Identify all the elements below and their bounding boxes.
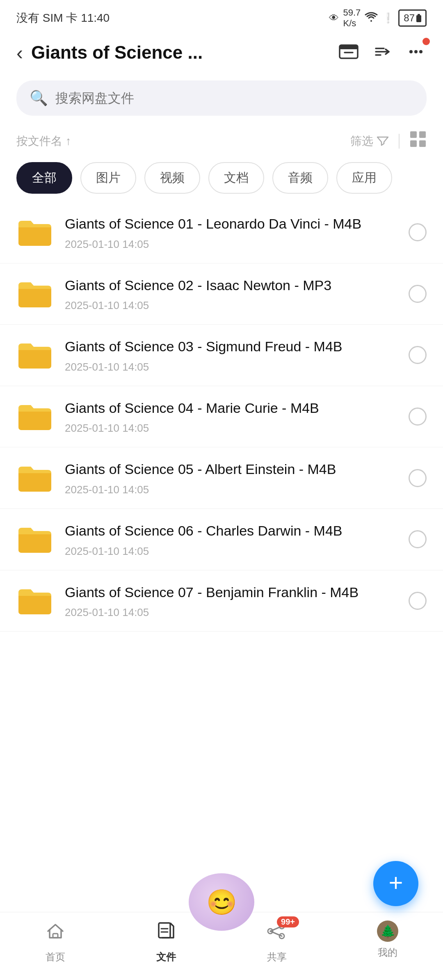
page-title: Giants of Science ... bbox=[31, 42, 330, 63]
filter-button[interactable]: 筛选 bbox=[350, 133, 389, 149]
select-radio[interactable] bbox=[409, 530, 427, 548]
folder-icon bbox=[16, 523, 53, 556]
alert-icon: ❕ bbox=[382, 12, 394, 24]
svg-rect-16 bbox=[159, 923, 170, 938]
folder-icon bbox=[16, 277, 53, 310]
select-radio[interactable] bbox=[409, 408, 427, 426]
sort-label[interactable]: 按文件名 ↑ bbox=[16, 133, 71, 149]
file-info: Giants of Science 04 - Marie Curie - M4B… bbox=[65, 398, 402, 435]
sort-bar: 按文件名 ↑ 筛选 bbox=[0, 124, 443, 158]
select-radio[interactable] bbox=[409, 285, 427, 303]
notification-dot bbox=[422, 38, 430, 45]
list-item[interactable]: Giants of Science 02 - Isaac Newton - MP… bbox=[0, 263, 443, 325]
search-container: 🔍 bbox=[0, 72, 443, 124]
divider bbox=[399, 134, 400, 149]
avatar: 🌲 bbox=[377, 920, 398, 942]
svg-rect-3 bbox=[340, 45, 358, 49]
list-item[interactable]: Giants of Science 07 - Benjamin Franklin… bbox=[0, 570, 443, 632]
home-icon bbox=[45, 920, 66, 946]
sort-right: 筛选 bbox=[350, 131, 427, 151]
avatar-image: 🌲 bbox=[380, 924, 395, 939]
tab-app[interactable]: 应用 bbox=[336, 162, 392, 194]
header-action-icons bbox=[338, 41, 427, 64]
nav-item-home[interactable]: 首页 bbox=[0, 920, 111, 964]
more-icon[interactable] bbox=[405, 41, 427, 64]
file-date: 2025-01-10 14:05 bbox=[65, 545, 402, 558]
network-speed: 59.7K/s bbox=[343, 7, 361, 29]
svg-point-8 bbox=[409, 50, 413, 53]
svg-rect-15 bbox=[53, 934, 58, 938]
file-list: Giants of Science 01 - Leonardo Da Vinci… bbox=[0, 202, 443, 632]
archive-icon[interactable] bbox=[338, 41, 359, 64]
tab-audio[interactable]: 音频 bbox=[272, 162, 328, 194]
wifi-icon bbox=[365, 11, 378, 25]
nav-item-mine[interactable]: 🌲 我的 bbox=[332, 920, 443, 964]
select-radio[interactable] bbox=[409, 346, 427, 364]
svg-rect-11 bbox=[410, 131, 417, 138]
search-input[interactable] bbox=[55, 91, 413, 106]
tab-image[interactable]: 图片 bbox=[80, 162, 136, 194]
battery-display: 87 bbox=[398, 9, 427, 27]
tab-all[interactable]: 全部 bbox=[16, 162, 72, 194]
tab-doc[interactable]: 文档 bbox=[208, 162, 264, 194]
nav-label-share: 共享 bbox=[267, 950, 287, 964]
file-info: Giants of Science 05 - Albert Einstein -… bbox=[65, 460, 402, 496]
file-date: 2025-01-10 14:05 bbox=[65, 361, 402, 373]
svg-point-9 bbox=[414, 50, 418, 53]
svg-rect-1 bbox=[416, 15, 421, 22]
sort-icon[interactable] bbox=[372, 41, 393, 64]
file-info: Giants of Science 02 - Isaac Newton - MP… bbox=[65, 276, 402, 312]
list-item[interactable]: Giants of Science 01 - Leonardo Da Vinci… bbox=[0, 202, 443, 263]
back-button[interactable]: ‹ bbox=[16, 41, 23, 64]
svg-rect-12 bbox=[419, 131, 426, 138]
file-name: Giants of Science 04 - Marie Curie - M4B bbox=[65, 398, 402, 418]
nav-label-mine: 我的 bbox=[378, 946, 397, 959]
list-item[interactable]: Giants of Science 05 - Albert Einstein -… bbox=[0, 447, 443, 509]
file-info: Giants of Science 06 - Charles Darwin - … bbox=[65, 521, 402, 558]
plus-icon: + bbox=[388, 870, 403, 895]
nav-label-home: 首页 bbox=[46, 950, 65, 964]
svg-rect-14 bbox=[419, 140, 426, 147]
folder-icon bbox=[16, 584, 53, 617]
select-radio[interactable] bbox=[409, 592, 427, 610]
status-bar: 没有 SIM 卡 11:40 👁 59.7K/s ❕ 87 bbox=[0, 0, 443, 33]
file-date: 2025-01-10 14:05 bbox=[65, 483, 402, 496]
list-item[interactable]: Giants of Science 03 - Sigmund Freud - M… bbox=[0, 325, 443, 386]
search-box[interactable]: 🔍 bbox=[16, 80, 427, 116]
file-name: Giants of Science 01 - Leonardo Da Vinci… bbox=[65, 214, 402, 234]
select-radio[interactable] bbox=[409, 223, 427, 241]
list-item[interactable]: Giants of Science 04 - Marie Curie - M4B… bbox=[0, 386, 443, 448]
list-item[interactable]: Giants of Science 06 - Charles Darwin - … bbox=[0, 509, 443, 570]
folder-icon bbox=[16, 216, 53, 249]
file-name: Giants of Science 05 - Albert Einstein -… bbox=[65, 460, 402, 479]
add-button[interactable]: + bbox=[373, 861, 418, 906]
svg-rect-0 bbox=[418, 14, 420, 15]
filter-tabs: 全部 图片 视频 文档 音频 应用 bbox=[0, 158, 443, 202]
file-name: Giants of Science 03 - Sigmund Freud - M… bbox=[65, 337, 402, 357]
file-name: Giants of Science 02 - Isaac Newton - MP… bbox=[65, 276, 402, 295]
file-date: 2025-01-10 14:05 bbox=[65, 238, 402, 251]
file-date: 2025-01-10 14:05 bbox=[65, 299, 402, 312]
folder-icon bbox=[16, 462, 53, 495]
file-date: 2025-01-10 14:05 bbox=[65, 422, 402, 435]
mascot-face: 😊 bbox=[206, 888, 237, 917]
file-name: Giants of Science 06 - Charles Darwin - … bbox=[65, 521, 402, 541]
mascot-body: 😊 bbox=[189, 873, 254, 931]
mascot-overlay: 😊 bbox=[189, 873, 254, 939]
svg-rect-13 bbox=[410, 140, 417, 147]
share-icon: 99+ bbox=[266, 920, 288, 946]
select-radio[interactable] bbox=[409, 469, 427, 487]
file-name: Giants of Science 07 - Benjamin Franklin… bbox=[65, 583, 402, 602]
files-icon bbox=[155, 920, 177, 946]
folder-icon bbox=[16, 400, 53, 433]
share-badge: 99+ bbox=[277, 916, 299, 927]
grid-view-button[interactable] bbox=[409, 131, 427, 151]
folder-icon bbox=[16, 339, 53, 371]
file-info: Giants of Science 07 - Benjamin Franklin… bbox=[65, 583, 402, 619]
eye-icon: 👁 bbox=[329, 12, 339, 24]
tab-video[interactable]: 视频 bbox=[144, 162, 200, 194]
svg-point-10 bbox=[419, 50, 422, 53]
header: ‹ Giants of Science ... bbox=[0, 33, 443, 72]
nav-label-files: 文件 bbox=[156, 950, 176, 964]
carrier-time: 没有 SIM 卡 11:40 bbox=[16, 10, 110, 26]
